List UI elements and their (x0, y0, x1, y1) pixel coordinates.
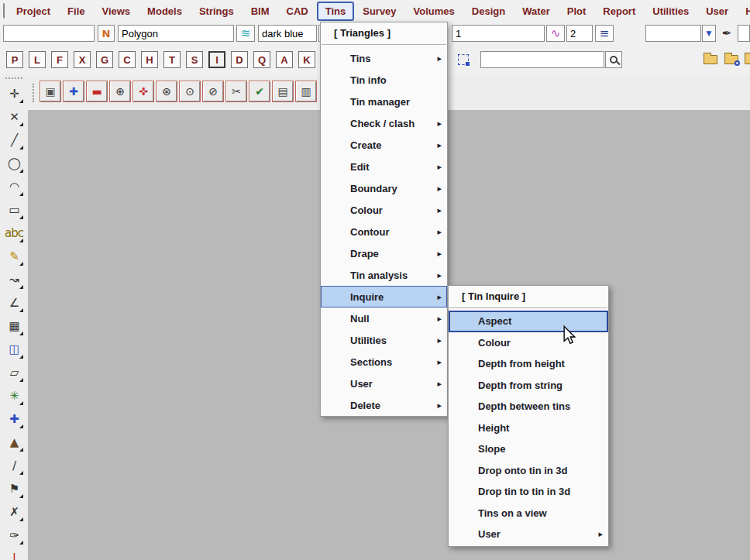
text-tool-icon[interactable]: abc (4, 223, 24, 243)
size-input[interactable] (566, 25, 593, 42)
linestyle-picker-button[interactable]: ≋ (236, 25, 255, 42)
app-logo-icon[interactable] (3, 3, 5, 19)
letter-button-t[interactable]: T (163, 51, 181, 68)
tins-item-user[interactable]: User ▸ (321, 373, 447, 394)
print-icon[interactable]: ▤ (273, 81, 293, 101)
letter-button-c[interactable]: C (119, 51, 136, 68)
weight-picker-button[interactable]: ∿ (546, 25, 565, 42)
toolbar-grip[interactable] (5, 77, 22, 79)
tins-item-contour[interactable]: Contour ▸ (321, 221, 447, 242)
menubar-item-cad[interactable]: CAD (278, 2, 317, 21)
create-box-tool-icon[interactable]: ✳ (4, 386, 24, 406)
menubar-item-views[interactable]: Views (93, 2, 139, 21)
null-tool-icon[interactable]: ✗ (4, 502, 24, 522)
find-folder-button[interactable] (722, 51, 741, 68)
menubar-item-plot[interactable]: Plot (559, 2, 595, 21)
toolbar-grip[interactable] (33, 84, 34, 102)
inquire-submenu-title[interactable]: [ Tin Inquire ] (449, 286, 608, 306)
accept-icon[interactable]: ✔ (249, 81, 270, 101)
inquire-item-drop-tin-to-tin-in-3d[interactable]: Drop tin to tin in 3d ▸ (449, 481, 608, 503)
open-folder-button[interactable] (701, 51, 720, 68)
tins-item-null[interactable]: Null ▸ (321, 307, 447, 329)
letter-button-p[interactable]: P (6, 51, 23, 68)
size-picker-button[interactable]: ≡ (595, 25, 614, 42)
tins-item-tins[interactable]: Tins ▸ (321, 47, 447, 69)
grid-tool-icon[interactable]: ▦ (4, 316, 24, 336)
view-window-tool-icon[interactable]: ◫ (4, 339, 24, 359)
zoom-extents-icon[interactable]: ⊙ (180, 81, 200, 101)
tins-item-boundary[interactable]: Boundary ▸ (321, 177, 447, 199)
letter-button-k[interactable]: K (298, 51, 315, 68)
inquire-item-depth-between-tins[interactable]: Depth between tins ▸ (449, 396, 608, 417)
letter-button-g[interactable]: G (96, 51, 113, 68)
line-tool-icon[interactable]: ╱ (4, 130, 24, 150)
tins-item-edit[interactable]: Edit ▸ (321, 156, 447, 177)
model-dropdown-button[interactable]: ▼ (702, 25, 716, 42)
menubar-item-volumes[interactable]: Volumes (405, 2, 463, 21)
string-arrow-tool-icon[interactable]: ↝ (4, 270, 24, 290)
page-setup-icon[interactable]: ▥ (296, 81, 316, 101)
menubar-item-project[interactable]: Project (8, 2, 59, 21)
letter-button-x[interactable]: X (74, 51, 91, 68)
letter-button-l[interactable]: L (29, 51, 46, 68)
inquire-item-user[interactable]: User ▸ (449, 524, 608, 545)
zoom-dynamic-icon[interactable]: ⊛ (157, 81, 177, 101)
letter-button-f[interactable]: F (51, 51, 68, 68)
menubar-item-models[interactable]: Models (139, 2, 191, 21)
curve-pen-tool-icon[interactable]: ✑ (4, 525, 24, 545)
inquire-item-depth-from-string[interactable]: Depth from string ▸ (449, 375, 608, 397)
menubar-item-survey[interactable]: Survey (354, 2, 404, 21)
zoom-previous-icon[interactable]: ⊘ (203, 81, 223, 101)
tins-item-tin-manager[interactable]: Tin manager ▸ (321, 91, 447, 112)
menubar-item-report[interactable]: Report (594, 2, 644, 21)
zoom-pick-icon[interactable]: ✜ (133, 81, 153, 101)
boundary-flag-tool-icon[interactable]: ⚑ (4, 479, 24, 499)
letter-button-q[interactable]: Q (253, 51, 270, 68)
pen-style-tool-icon[interactable]: ✎ (4, 246, 24, 266)
menubar-item-file[interactable]: File (59, 2, 93, 21)
tins-item-check-clash[interactable]: Check / clash ▸ (321, 112, 447, 134)
menubar-item-utilities[interactable]: Utilities (644, 2, 697, 21)
tins-item-inquire[interactable]: Inquire ▸ (321, 286, 447, 307)
extra-input[interactable] (738, 25, 750, 42)
letter-button-d[interactable]: D (231, 51, 248, 68)
name-box-button[interactable]: N (98, 25, 115, 42)
drape-tool-icon[interactable]: ▱ (4, 362, 24, 383)
weight-input[interactable] (452, 25, 545, 42)
inquire-item-drop-onto-tin-in-3d[interactable]: Drop onto tin in 3d ▸ (449, 460, 608, 482)
tins-item-sections[interactable]: Sections ▸ (321, 351, 447, 373)
rectangle-tool-icon[interactable]: ▭ (4, 200, 24, 220)
slope-tool-icon[interactable]: ∕ (4, 455, 24, 476)
tins-item-drape[interactable]: Drape ▸ (321, 242, 447, 264)
angle-tool-icon[interactable]: ∠ (4, 293, 24, 313)
tins-item-tin-analysis[interactable]: Tin analysis ▸ (321, 264, 447, 286)
letter-button-i[interactable]: I (208, 51, 225, 68)
tins-item-colour[interactable]: Colour ▸ (321, 199, 447, 221)
delete-point-tool-icon[interactable]: ✕ (4, 107, 24, 127)
eyedropper-button[interactable]: ✒ (719, 25, 735, 42)
tins-item-tin-info[interactable]: Tin info ▸ (321, 69, 447, 91)
inquire-item-depth-from-height[interactable]: Depth from height ▸ (449, 353, 608, 375)
letter-button-s[interactable]: S (186, 51, 203, 68)
inquire-item-aspect[interactable]: Aspect ▸ (449, 311, 608, 332)
zoom-in-icon[interactable]: ⊕ (110, 81, 130, 101)
menubar-item-bim[interactable]: BIM (243, 2, 278, 21)
cut-icon[interactable]: ✂ (226, 81, 246, 101)
tins-item-utilities[interactable]: Utilities ▸ (321, 329, 447, 351)
model-input[interactable] (645, 25, 701, 42)
inquire-item-slope[interactable]: Slope ▸ (449, 438, 608, 460)
tins-menu-title[interactable]: [ Triangles ] (321, 22, 447, 43)
arc-tool-icon[interactable]: ◠ (4, 177, 24, 197)
inquire-item-colour[interactable]: Colour ▸ (449, 332, 608, 354)
library-folder-button[interactable] (742, 51, 750, 68)
letter-button-h[interactable]: H (141, 51, 158, 68)
colour-input[interactable] (258, 25, 317, 42)
menubar-item-design[interactable]: Design (463, 2, 514, 21)
circle-tool-icon[interactable]: ◯ (4, 153, 24, 173)
linestyle-input[interactable] (118, 25, 234, 42)
menubar-item-water[interactable]: Water (514, 2, 559, 21)
letter-button-a[interactable]: A (276, 51, 293, 68)
menubar-item-user[interactable]: User (697, 2, 737, 21)
inquire-item-height[interactable]: Height ▸ (449, 417, 608, 439)
add-view-icon[interactable]: ✚ (64, 81, 84, 101)
